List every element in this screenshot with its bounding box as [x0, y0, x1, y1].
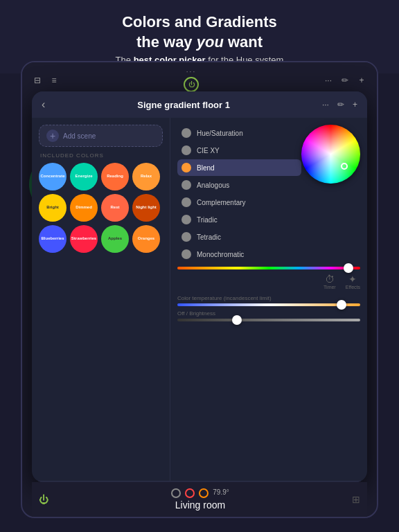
color-gradient-thumb[interactable] [344, 263, 353, 273]
title-way: the way [136, 33, 197, 51]
room-circle-2 [185, 488, 195, 498]
swatch-nightlight[interactable]: Night light [132, 194, 160, 222]
modal-title: Signe gradient floor 1 [137, 100, 230, 110]
room-name[interactable]: Living room [175, 499, 225, 511]
mode-analogous[interactable]: Analogous [177, 177, 301, 193]
modal-edit-icon[interactable]: ✏ [337, 100, 344, 109]
topbar-more-icon[interactable]: ··· [323, 75, 334, 86]
mode-label-analogous: Analogous [197, 181, 229, 189]
swatch-strawberries[interactable]: Strawberries [70, 225, 98, 253]
swatch-energize[interactable]: Energize [70, 163, 98, 190]
mode-hue-sat[interactable]: Hue/Saturation [177, 125, 301, 141]
mode-label-mono: Monochromatic [197, 251, 244, 258]
title-gradients: Gradients [206, 13, 277, 30]
power-button-top[interactable]: ⏻ [184, 77, 199, 92]
right-panel: Hue/Saturation CIE XY Blend Analogo [170, 118, 367, 481]
effects-tab[interactable]: ✦ Effects [346, 274, 360, 290]
topbar-center: ··· ⏻ [184, 68, 199, 92]
topbar-add-icon[interactable]: + [356, 75, 367, 86]
topbar-right: ··· ✏ + [323, 75, 367, 86]
topbar-edit-icon[interactable]: ✏ [339, 75, 351, 86]
room-circle-3 [199, 488, 209, 498]
title-want: want [224, 33, 263, 51]
color-temp-slider[interactable] [177, 303, 360, 306]
mode-label-comp: Complementary [197, 199, 246, 206]
swatch-relax[interactable]: Relax [132, 163, 160, 190]
mode-list: Hue/Saturation CIE XY Blend Analogo [177, 125, 301, 263]
title-and: and [170, 13, 206, 30]
modal-back-button[interactable]: ‹ [42, 98, 45, 111]
included-colors-label: INCLUDED COLORS [40, 152, 163, 159]
room-circle-1 [171, 488, 181, 498]
bottom-left-icons: ⏻ [39, 494, 48, 505]
temp-badge: 79.9° [213, 488, 229, 498]
mode-dot-blend [181, 163, 191, 172]
add-scene-button[interactable]: + Add scene [39, 125, 163, 147]
swatch-blueberries[interactable]: Blueberries [39, 225, 66, 253]
topbar-left: ⊟ ≡ [32, 75, 60, 86]
modal-more-icon[interactable]: ··· [322, 100, 329, 109]
timer-tab[interactable]: ⏱ Timer [323, 274, 336, 290]
bottom-right-icons: ⊞ [352, 494, 360, 505]
modal-header: ‹ Signe gradient floor 1 ··· ✏ + [32, 91, 367, 118]
swatch-oranges[interactable]: Oranges [132, 225, 160, 253]
device-bottom-bar: ⏻ 79.9° Living room ⊞ [32, 482, 367, 517]
mode-label-blend: Blend [197, 164, 215, 172]
swatch-reading[interactable]: Reading [101, 163, 129, 190]
mode-dot-triadic [181, 215, 191, 224]
menu-icon[interactable]: ≡ [48, 75, 60, 86]
room-circles: 79.9° [171, 488, 229, 498]
mode-blend[interactable]: Blend [177, 159, 301, 176]
modal-actions: ··· ✏ + [322, 100, 357, 109]
color-temp-thumb[interactable] [337, 300, 346, 310]
brightness-thumb[interactable] [232, 315, 242, 325]
mode-dot-tetradic [181, 232, 191, 242]
add-scene-label: Add scene [63, 132, 96, 140]
mode-label-tetradic: Tetradic [197, 233, 221, 241]
scene-modal: ‹ Signe gradient floor 1 ··· ✏ + + Add s… [32, 91, 367, 482]
add-plus-icon: + [46, 130, 59, 142]
header-title: Colors and Gradients the way you want [14, 12, 385, 52]
swatch-dimmed[interactable]: Dimmed [70, 194, 98, 222]
mode-dot-analogous [181, 180, 191, 190]
bottom-power-icon[interactable]: ⏻ [39, 494, 48, 505]
grid-icon[interactable]: ⊞ [352, 494, 360, 505]
mode-label-cie: CIE XY [197, 147, 220, 154]
swatch-concentrate[interactable]: Concentrate [39, 163, 66, 190]
mode-dot-mono [181, 249, 191, 259]
color-wheel[interactable] [301, 125, 360, 184]
topbar-dots: ··· [186, 68, 196, 76]
color-swatches: Concentrate Energize Reading Relax Brigh… [39, 163, 163, 253]
title-you: you [197, 33, 224, 51]
swatch-bright[interactable]: Bright [39, 194, 66, 222]
mode-complementary[interactable]: Complementary [177, 194, 301, 211]
color-wheel-container[interactable] [301, 125, 360, 184]
left-panel: + Add scene INCLUDED COLORS Concentrate … [32, 118, 170, 481]
mode-label-triadic: Triadic [197, 216, 218, 224]
mode-label-hue: Hue/Saturation [197, 130, 243, 137]
color-gradient-slider[interactable] [177, 267, 360, 269]
mode-dot-hue [181, 128, 191, 138]
modal-add-icon[interactable]: + [353, 100, 357, 109]
mode-triadic[interactable]: Triadic [177, 211, 301, 228]
title-colors: Colors [122, 13, 170, 30]
mode-monochromatic[interactable]: Monochromatic [177, 246, 301, 263]
brightness-label: Off / Brightness [177, 310, 360, 317]
wheel-selector[interactable] [341, 163, 348, 170]
bottom-center: 79.9° Living room [171, 488, 229, 511]
slider-section: ⏱ Timer ✦ Effects Color temperature (inc… [177, 267, 360, 321]
mode-dot-comp [181, 197, 191, 207]
swatch-apples[interactable]: Apples [101, 225, 129, 253]
sidebar-icon[interactable]: ⊟ [32, 75, 43, 86]
device-frame: ⊟ ≡ ··· ⏻ ··· ✏ + 💡 Hue Iris 1 🕯 Hue col… [21, 61, 378, 518]
modal-body: + Add scene INCLUDED COLORS Concentrate … [32, 118, 367, 481]
brightness-slider[interactable] [177, 319, 360, 321]
mode-dot-cie [181, 145, 191, 155]
mode-tetradic[interactable]: Tetradic [177, 229, 301, 245]
color-temp-label: Color temperature (incandescent limit) [177, 295, 360, 301]
mode-cie[interactable]: CIE XY [177, 142, 301, 159]
swatch-rest[interactable]: Rest [101, 194, 129, 222]
